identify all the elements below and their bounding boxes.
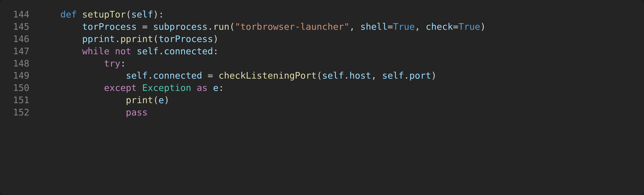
token: = (453, 21, 458, 32)
line-number: 144 (0, 9, 38, 21)
token: pass (126, 107, 148, 118)
token: ) (213, 34, 218, 44)
token: . (344, 70, 350, 81)
token: : (218, 82, 224, 93)
code-line[interactable]: 149 self.connected = checkListeningPort(… (0, 70, 644, 82)
token: ( (153, 95, 159, 105)
token: . (158, 46, 164, 56)
token: True (393, 21, 415, 32)
code-content[interactable]: self.connected = checkListeningPort(self… (38, 70, 644, 82)
line-number: 147 (0, 45, 38, 57)
token: = (142, 21, 153, 32)
line-number: 149 (0, 70, 38, 82)
token: torProcess (82, 21, 142, 32)
code-content[interactable]: while not self.connected: (38, 45, 644, 57)
code-content[interactable]: torProcess = subprocess.run("torbrowser-… (38, 21, 644, 33)
code-content[interactable]: pprint.pprint(torProcess) (38, 33, 644, 45)
code-line[interactable]: 150 except Exception as e: (0, 82, 644, 94)
token: while (82, 46, 115, 56)
indent (38, 107, 126, 118)
token: pprint (82, 34, 115, 44)
indent (38, 34, 82, 44)
token: . (404, 70, 410, 81)
line-number: 152 (0, 106, 38, 119)
code-line[interactable]: 145 torProcess = subprocess.run("torbrow… (0, 21, 644, 33)
token: except (104, 82, 142, 93)
code-line[interactable]: 147 while not self.connected: (0, 45, 644, 57)
indent (38, 82, 104, 93)
token: port (410, 70, 431, 81)
token: checkListeningPort (218, 70, 317, 81)
token: torProcess (158, 34, 213, 44)
code-content[interactable]: pass (38, 106, 644, 119)
indent (38, 46, 82, 56)
token: self (322, 70, 344, 81)
line-number: 145 (0, 21, 38, 33)
token: ) (480, 21, 486, 32)
token: . (115, 34, 120, 44)
token: try (104, 58, 120, 69)
token: ) (431, 70, 437, 81)
token: "torbrowser-launcher" (235, 21, 349, 32)
indent (38, 21, 82, 32)
code-content[interactable]: except Exception as e: (38, 82, 644, 94)
token: host (349, 70, 371, 81)
token: self (126, 70, 148, 81)
token: . (208, 21, 213, 32)
line-number: 146 (0, 33, 38, 45)
code-content[interactable]: print(e) (38, 94, 644, 106)
code-line[interactable]: 148 try: (0, 57, 644, 70)
token: shell (360, 21, 388, 32)
token: run (213, 21, 230, 32)
token: self (137, 46, 158, 56)
indent (38, 9, 60, 20)
token: ) (164, 95, 170, 105)
token: ( (230, 21, 235, 32)
token: print (126, 95, 153, 105)
code-line[interactable]: 151 print(e) (0, 94, 644, 106)
token: ): (153, 9, 164, 20)
code-content[interactable]: def setupTor(self): (38, 9, 644, 21)
indent (38, 58, 104, 69)
token: : (213, 46, 218, 56)
token: = (208, 70, 218, 81)
code-line[interactable]: 144 def setupTor(self): (0, 9, 644, 21)
token: self (131, 9, 153, 20)
token: check (426, 21, 453, 32)
line-number: 148 (0, 57, 38, 70)
token: e (158, 95, 164, 105)
token: Exception (142, 82, 197, 93)
token: connected (153, 70, 208, 81)
code-line[interactable]: 152 pass (0, 106, 644, 119)
token: as (197, 82, 213, 93)
token: = (388, 21, 393, 32)
token: connected (164, 46, 213, 56)
token: , (349, 21, 360, 32)
token: True (458, 21, 480, 32)
token: . (148, 70, 153, 81)
token: setupTor (82, 9, 126, 20)
token: pprint (120, 34, 153, 44)
code-line[interactable]: 146 pprint.pprint(torProcess) (0, 33, 644, 45)
token: e (213, 82, 218, 93)
line-number: 151 (0, 94, 38, 106)
line-number: 150 (0, 82, 38, 94)
indent (38, 95, 126, 105)
token: , (371, 70, 382, 81)
indent (38, 70, 126, 81)
token: subprocess (153, 21, 208, 32)
code-editor[interactable]: 144 def setupTor(self):145 torProcess = … (0, 9, 644, 119)
token: def (60, 9, 82, 20)
token: ( (126, 9, 131, 20)
token: , (415, 21, 426, 32)
token: self (382, 70, 404, 81)
code-content[interactable]: try: (38, 57, 644, 70)
token: not (115, 46, 137, 56)
token: ( (317, 70, 322, 81)
token: : (120, 58, 126, 69)
token: ( (153, 34, 159, 44)
